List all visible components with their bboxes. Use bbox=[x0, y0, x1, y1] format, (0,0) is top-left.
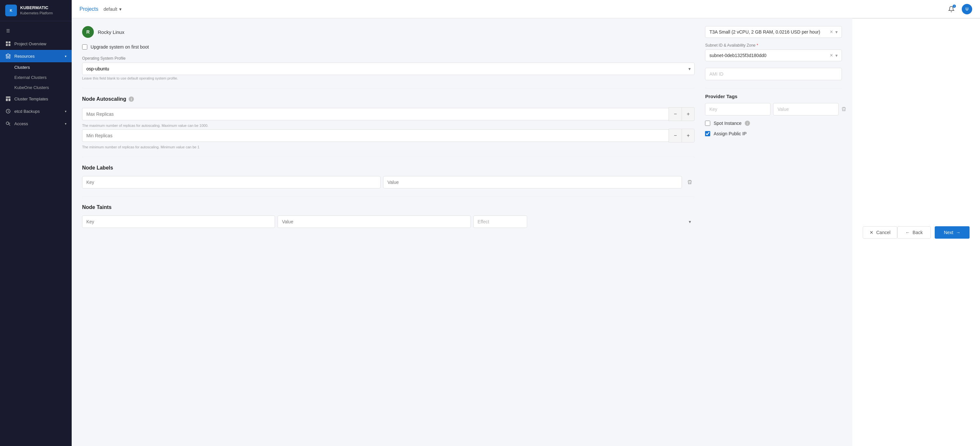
next-arrow-icon: → bbox=[956, 230, 961, 235]
max-replicas-row: − + bbox=[82, 107, 695, 121]
chevron-down-icon: ▾ bbox=[65, 122, 67, 126]
cancel-button[interactable]: ✕ Cancel bbox=[863, 226, 897, 239]
user-avatar[interactable]: U bbox=[962, 4, 972, 14]
back-button[interactable]: ← Back bbox=[897, 226, 931, 239]
sidebar-item-external-clusters[interactable]: External Clusters bbox=[14, 72, 72, 83]
sidebar-item-resources[interactable]: Resources ▾ bbox=[0, 50, 72, 62]
sidebar-item-label: Access bbox=[14, 121, 28, 126]
min-replicas-group: − + The minimum number of replicas for a… bbox=[82, 129, 695, 149]
min-replicas-input[interactable] bbox=[82, 129, 668, 142]
node-taints-row: Effect NoSchedule PreferNoSchedule NoExe… bbox=[82, 215, 695, 228]
action-buttons: ← Back Next → bbox=[897, 226, 970, 239]
sidebar-item-label: etcd Backups bbox=[14, 109, 40, 114]
provider-tag-delete-btn[interactable] bbox=[841, 104, 846, 115]
os-profile-field: Operating System Profile osp-ubuntu Leav… bbox=[82, 56, 695, 80]
notification-badge: 1 bbox=[953, 5, 956, 8]
sidebar-item-label: Cluster Templates bbox=[14, 97, 48, 101]
content-area: R Rocky Linux Upgrade system on first bo… bbox=[72, 18, 980, 446]
sidebar-item-kubeone-clusters[interactable]: KubeOne Clusters bbox=[14, 83, 72, 92]
project-selector[interactable]: default ▾ bbox=[103, 6, 121, 12]
upgrade-boot-label[interactable]: Upgrade system on first boot bbox=[91, 45, 149, 49]
provider-tag-value-input[interactable] bbox=[773, 103, 838, 115]
subnet-clear-btn[interactable]: × bbox=[830, 53, 833, 58]
sidebar-item-clusters[interactable]: Clusters bbox=[14, 62, 72, 72]
node-autoscaling-title: Node Autoscaling i bbox=[82, 96, 695, 102]
sidebar-item-access[interactable]: Access ▾ bbox=[0, 117, 72, 130]
subnet-chip: subnet-0deb1325f3d180dd0 × ▾ bbox=[705, 49, 842, 61]
os-profile-select[interactable]: osp-ubuntu bbox=[82, 62, 695, 75]
effect-select[interactable]: Effect NoSchedule PreferNoSchedule NoExe… bbox=[473, 215, 527, 228]
sidebar-logo: K KUBERMATIC Kubernetes Platform bbox=[0, 0, 72, 21]
projects-link[interactable]: Projects bbox=[80, 6, 99, 12]
os-profile-label: Operating System Profile bbox=[82, 56, 695, 61]
subnet-value: subnet-0deb1325f3d180dd0 bbox=[709, 53, 830, 58]
form-right: T3A Small (2 vCPU, 2 GB RAM, 0.0216 USD … bbox=[705, 26, 842, 438]
svg-rect-0 bbox=[6, 41, 8, 43]
max-replicas-increment[interactable]: + bbox=[682, 107, 695, 121]
spot-instance-label[interactable]: Spot Instance bbox=[713, 121, 741, 126]
footer: ✕ Cancel ← Back Next → bbox=[852, 18, 980, 446]
notification-icon[interactable]: 1 bbox=[946, 4, 956, 14]
subnet-expand-btn[interactable]: ▾ bbox=[835, 53, 838, 58]
sidebar-item-project-overview[interactable]: Project Overview bbox=[0, 38, 72, 50]
key-icon bbox=[5, 121, 11, 126]
node-label-key-input[interactable] bbox=[82, 176, 380, 188]
svg-rect-1 bbox=[8, 41, 10, 43]
node-label-delete-btn[interactable] bbox=[684, 177, 695, 188]
effect-select-wrapper: Effect NoSchedule PreferNoSchedule NoExe… bbox=[473, 215, 695, 228]
spot-instance-info-icon[interactable]: i bbox=[745, 121, 750, 126]
topbar-icons: 1 U bbox=[946, 4, 972, 14]
max-replicas-hint: The maximum number of replicas for autos… bbox=[82, 124, 695, 127]
node-taints-title: Node Taints bbox=[82, 204, 695, 210]
rocky-linux-label: Rocky Linux bbox=[98, 29, 124, 35]
hamburger-menu[interactable]: ☰ bbox=[0, 24, 72, 38]
logo-text: KUBERMATIC Kubernetes Platform bbox=[20, 5, 53, 15]
assign-public-ip-checkbox[interactable] bbox=[705, 131, 710, 136]
autoscaling-info-icon[interactable]: i bbox=[129, 97, 134, 102]
node-taint-key-input[interactable] bbox=[82, 215, 275, 228]
provider-tags-row bbox=[705, 103, 842, 115]
svg-rect-6 bbox=[8, 99, 10, 101]
template-icon bbox=[5, 96, 11, 102]
chevron-down-icon: ▾ bbox=[119, 6, 121, 12]
provider-tag-key-input[interactable] bbox=[705, 103, 770, 115]
ami-id-input[interactable] bbox=[705, 68, 842, 80]
upgrade-boot-checkbox[interactable] bbox=[82, 45, 88, 49]
node-taint-value-input[interactable] bbox=[278, 215, 471, 228]
logo-icon: K bbox=[5, 5, 17, 16]
min-replicas-increment[interactable]: + bbox=[682, 129, 695, 142]
min-replicas-decrement[interactable]: − bbox=[668, 129, 682, 142]
hamburger-icon: ☰ bbox=[5, 28, 11, 33]
max-replicas-input[interactable] bbox=[82, 108, 668, 120]
next-button[interactable]: Next → bbox=[935, 226, 970, 239]
svg-rect-3 bbox=[8, 44, 10, 46]
node-label-row bbox=[82, 176, 695, 188]
instance-type-chip: T3A Small (2 vCPU, 2 GB RAM, 0.0216 USD … bbox=[705, 26, 842, 38]
back-arrow-icon: ← bbox=[905, 230, 910, 235]
provider-tags-title: Provider Tags bbox=[705, 94, 842, 99]
svg-rect-5 bbox=[6, 99, 8, 101]
min-replicas-btn-group: − + bbox=[668, 129, 695, 142]
instance-type-clear-btn[interactable]: × bbox=[830, 29, 833, 35]
form-left: R Rocky Linux Upgrade system on first bo… bbox=[82, 26, 695, 438]
os-profile-select-wrapper: osp-ubuntu bbox=[82, 62, 695, 75]
svg-rect-2 bbox=[6, 44, 8, 46]
max-replicas-decrement[interactable]: − bbox=[668, 107, 682, 121]
assign-public-ip-row: Assign Public IP bbox=[705, 131, 842, 136]
nav-section: ☰ Project Overview Resources ▾ bbox=[0, 21, 72, 446]
sidebar-item-cluster-templates[interactable]: Cluster Templates bbox=[0, 92, 72, 105]
spot-instance-checkbox[interactable] bbox=[705, 121, 710, 126]
rocky-avatar: R bbox=[82, 26, 94, 38]
sidebar-item-etcd-backups[interactable]: etcd Backups ▾ bbox=[0, 105, 72, 117]
node-label-value-input[interactable] bbox=[383, 176, 682, 188]
assign-public-ip-label[interactable]: Assign Public IP bbox=[713, 131, 746, 136]
os-profile-hint: Leave this field blank to use default op… bbox=[82, 76, 695, 80]
sidebar-item-label: Project Overview bbox=[14, 41, 46, 46]
node-labels-title: Node Labels bbox=[82, 165, 695, 171]
instance-type-expand-btn[interactable]: ▾ bbox=[835, 29, 838, 35]
subnet-label: Subnet ID & Availability Zone * bbox=[705, 43, 842, 48]
svg-point-8 bbox=[6, 122, 9, 124]
sidebar-item-label: Resources bbox=[14, 54, 35, 59]
svg-rect-4 bbox=[6, 97, 10, 98]
chevron-up-icon: ▾ bbox=[65, 54, 67, 58]
